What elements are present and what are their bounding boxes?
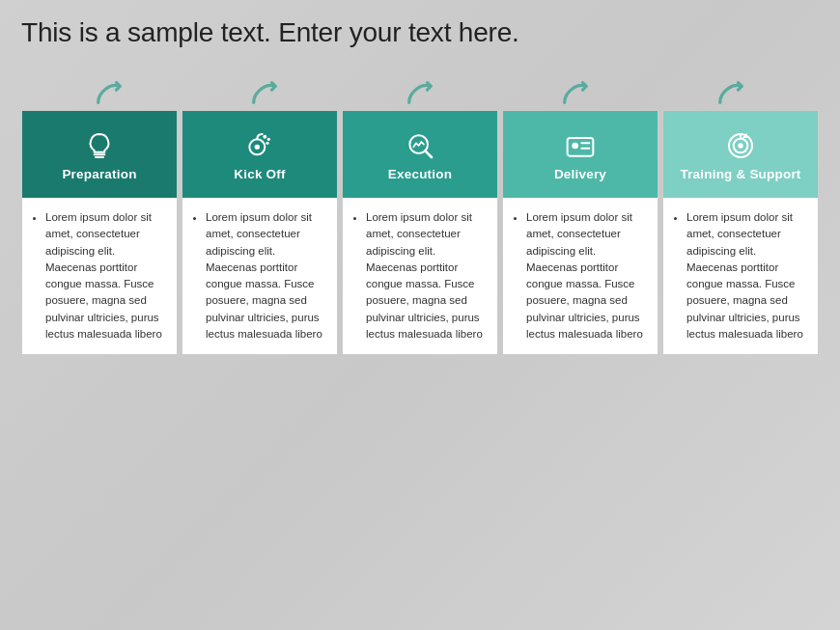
col-body-preparation: Lorem ipsum dolor sit amet, consectetuer… xyxy=(22,198,177,354)
svg-point-2 xyxy=(263,134,266,138)
head-gears-icon xyxy=(244,130,275,161)
svg-point-14 xyxy=(738,143,742,148)
bulb-icon xyxy=(84,130,115,161)
col-header-delivery: Delivery xyxy=(503,111,658,198)
column-preparation: Preparation Lorem ipsum dolor sit amet, … xyxy=(21,110,178,355)
chart-search-icon xyxy=(405,130,435,161)
col-header-preparation: Preparation xyxy=(22,111,177,198)
arrow-4 xyxy=(498,77,654,110)
arrows-row xyxy=(21,77,819,110)
col-body-execution: Lorem ipsum dolor sit amet, consectetuer… xyxy=(343,198,497,354)
svg-point-5 xyxy=(255,144,260,149)
col-text-kickoff: Lorem ipsum dolor sit amet, consectetuer… xyxy=(206,209,327,342)
id-card-icon xyxy=(565,130,596,161)
col-text-preparation: Lorem ipsum dolor sit amet, consectetuer… xyxy=(45,209,167,342)
col-text-execution: Lorem ipsum dolor sit amet, consectetuer… xyxy=(366,209,488,342)
column-kickoff: Kick Off Lorem ipsum dolor sit amet, con… xyxy=(182,110,338,355)
column-delivery: Delivery Lorem ipsum dolor sit amet, con… xyxy=(502,110,658,355)
columns-section: Preparation Lorem ipsum dolor sit amet, … xyxy=(21,110,819,355)
col-body-delivery: Lorem ipsum dolor sit amet, consectetuer… xyxy=(503,198,658,354)
svg-point-4 xyxy=(266,141,268,144)
page-title: This is a sample text. Enter your text h… xyxy=(21,17,819,48)
col-header-training: Training & Support xyxy=(663,111,818,198)
svg-line-7 xyxy=(425,151,432,157)
arrow-3 xyxy=(342,77,497,110)
svg-point-3 xyxy=(267,137,270,140)
col-label-delivery: Delivery xyxy=(554,167,606,181)
col-label-execution: Execution xyxy=(388,167,452,181)
target-icon xyxy=(725,130,756,161)
column-execution: Execution Lorem ipsum dolor sit amet, co… xyxy=(342,110,498,355)
col-text-delivery: Lorem ipsum dolor sit amet, consectetuer… xyxy=(526,209,648,342)
col-body-kickoff: Lorem ipsum dolor sit amet, consectetuer… xyxy=(182,198,337,354)
col-text-training: Lorem ipsum dolor sit amet, consectetuer… xyxy=(686,209,808,342)
column-training: Training & Support Lorem ipsum dolor sit… xyxy=(662,110,819,355)
col-label-preparation: Preparation xyxy=(62,167,136,181)
arrow-2 xyxy=(186,77,342,110)
col-label-training: Training & Support xyxy=(680,167,800,181)
col-header-execution: Execution xyxy=(343,111,497,198)
arrow-5 xyxy=(654,77,809,110)
arrow-1 xyxy=(31,77,186,110)
svg-rect-8 xyxy=(568,138,594,156)
col-body-training: Lorem ipsum dolor sit amet, consectetuer… xyxy=(663,198,818,354)
col-header-kickoff: Kick Off xyxy=(182,111,337,198)
svg-point-9 xyxy=(572,142,578,149)
col-label-kickoff: Kick Off xyxy=(234,167,285,181)
